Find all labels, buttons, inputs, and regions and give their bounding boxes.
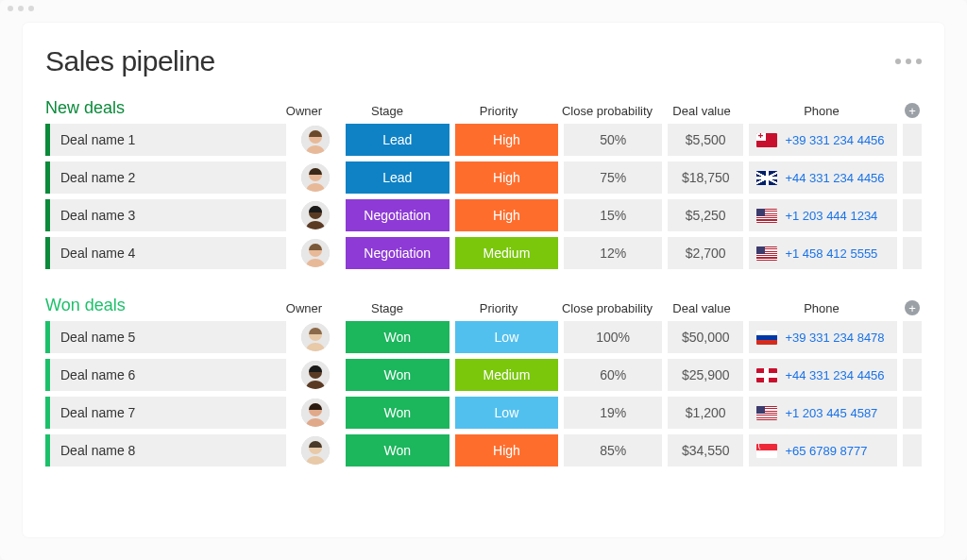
table-row[interactable]: Deal name 2 Lead High 75% $18,750 +44 33… — [45, 161, 922, 194]
table-row[interactable]: Deal name 5 Won Low 100% $50,000 +39 331… — [45, 321, 922, 353]
owner-cell[interactable] — [292, 434, 340, 467]
phone-cell[interactable]: +65 6789 8777 — [749, 434, 897, 467]
table-row[interactable]: Deal name 1 Lead High 50% $5,500 +39 331… — [45, 124, 922, 156]
owner-cell[interactable] — [292, 124, 340, 156]
section-title-won[interactable]: Won deals — [45, 296, 280, 321]
phone-cell[interactable]: +39 331 234 4456 — [749, 124, 897, 156]
deal-name-cell[interactable]: Deal name 5 — [45, 321, 286, 353]
phone-link[interactable]: +39 331 234 8478 — [785, 331, 884, 345]
row-trailing-cell[interactable] — [903, 237, 922, 269]
row-trailing-cell[interactable] — [903, 321, 922, 353]
priority-cell[interactable]: Low — [455, 321, 559, 353]
deal-value-cell[interactable]: $2,700 — [668, 237, 743, 269]
owner-avatar — [301, 323, 330, 351]
phone-cell[interactable]: +1 203 444 1234 — [749, 199, 897, 231]
column-header-owner[interactable]: Owner — [280, 104, 329, 118]
table-row[interactable]: Deal name 4 Negotiation Medium 12% $2,70… — [45, 237, 922, 269]
stage-cell[interactable]: Won — [346, 321, 450, 353]
deal-name-cell[interactable]: Deal name 1 — [45, 124, 286, 156]
deal-value-cell[interactable]: $25,900 — [668, 359, 743, 391]
stage-cell[interactable]: Lead — [346, 161, 450, 194]
table-row[interactable]: Deal name 8 Won High 85% $34,550 +65 678… — [45, 434, 922, 467]
close-probability-cell[interactable]: 15% — [564, 199, 662, 231]
deal-value-cell[interactable]: $5,500 — [668, 124, 743, 156]
phone-cell[interactable]: +44 331 234 4456 — [749, 161, 897, 194]
priority-cell[interactable]: High — [455, 199, 559, 231]
deal-value-cell[interactable]: $34,550 — [668, 434, 743, 467]
table-row[interactable]: Deal name 7 Won Low 19% $1,200 +1 203 44… — [45, 397, 922, 429]
phone-link[interactable]: +39 331 234 4456 — [785, 133, 884, 147]
add-column-button[interactable]: + — [903, 300, 922, 315]
stage-cell[interactable]: Negotiation — [346, 199, 450, 231]
column-header-close-probability[interactable]: Close probability — [557, 104, 657, 118]
phone-link[interactable]: +65 6789 8777 — [785, 444, 867, 458]
column-header-owner[interactable]: Owner — [280, 301, 329, 315]
priority-cell[interactable]: Medium — [455, 237, 559, 269]
owner-cell[interactable] — [292, 199, 340, 231]
close-probability-cell[interactable]: 85% — [564, 434, 662, 467]
deal-value-cell[interactable]: $1,200 — [668, 397, 743, 429]
column-header-priority[interactable]: Priority — [446, 301, 551, 315]
row-trailing-cell[interactable] — [903, 199, 922, 231]
stage-cell[interactable]: Lead — [346, 124, 450, 156]
owner-cell[interactable] — [292, 359, 340, 391]
priority-cell[interactable]: High — [455, 124, 559, 156]
priority-cell[interactable]: High — [455, 161, 559, 194]
deal-name-cell[interactable]: Deal name 6 — [45, 359, 286, 391]
stage-cell[interactable]: Won — [346, 434, 450, 467]
row-trailing-cell[interactable] — [903, 434, 922, 467]
close-probability-cell[interactable]: 75% — [564, 161, 662, 194]
close-probability-cell[interactable]: 12% — [564, 237, 662, 269]
row-trailing-cell[interactable] — [903, 359, 922, 391]
column-header-priority[interactable]: Priority — [446, 104, 551, 118]
owner-avatar — [301, 163, 330, 192]
close-probability-cell[interactable]: 19% — [564, 397, 662, 429]
column-header-phone[interactable]: Phone — [746, 104, 897, 118]
priority-cell[interactable]: High — [455, 434, 559, 467]
close-probability-cell[interactable]: 100% — [564, 321, 662, 353]
close-probability-cell[interactable]: 50% — [564, 124, 662, 156]
column-header-deal-value[interactable]: Deal value — [663, 301, 740, 315]
owner-avatar — [301, 436, 330, 465]
column-header-stage[interactable]: Stage — [334, 104, 440, 118]
column-header-phone[interactable]: Phone — [746, 301, 897, 315]
add-column-button[interactable]: + — [903, 103, 922, 118]
row-trailing-cell[interactable] — [903, 124, 922, 156]
phone-cell[interactable]: +1 203 445 4587 — [749, 397, 897, 429]
table-row[interactable]: Deal name 3 Negotiation High 15% $5,250 … — [45, 199, 922, 231]
deal-value-cell[interactable]: $50,000 — [668, 321, 743, 353]
owner-cell[interactable] — [292, 397, 340, 429]
column-header-close-probability[interactable]: Close probability — [557, 301, 657, 315]
priority-cell[interactable]: Low — [455, 397, 559, 429]
more-menu-button[interactable] — [895, 59, 922, 64]
stage-cell[interactable]: Negotiation — [346, 237, 450, 269]
phone-cell[interactable]: +39 331 234 8478 — [749, 321, 897, 353]
stage-cell[interactable]: Won — [346, 359, 450, 391]
deal-value-cell[interactable]: $18,750 — [668, 161, 743, 194]
deal-name-cell[interactable]: Deal name 8 — [45, 434, 286, 467]
deal-name-cell[interactable]: Deal name 2 — [45, 161, 286, 194]
phone-cell[interactable]: +44 331 234 4456 — [749, 359, 897, 391]
column-header-stage[interactable]: Stage — [334, 301, 440, 315]
table-row[interactable]: Deal name 6 Won Medium 60% $25,900 +44 3… — [45, 359, 922, 391]
phone-link[interactable]: +44 331 234 4456 — [785, 171, 884, 185]
owner-cell[interactable] — [292, 321, 340, 353]
phone-link[interactable]: +1 458 412 5555 — [785, 246, 877, 261]
phone-link[interactable]: +1 203 444 1234 — [785, 209, 877, 223]
phone-link[interactable]: +1 203 445 4587 — [785, 406, 877, 420]
phone-cell[interactable]: +1 458 412 5555 — [749, 237, 897, 269]
owner-cell[interactable] — [292, 161, 340, 194]
stage-cell[interactable]: Won — [346, 397, 450, 429]
deal-name-cell[interactable]: Deal name 3 — [45, 199, 286, 231]
phone-link[interactable]: +44 331 234 4456 — [785, 368, 884, 382]
deal-name-cell[interactable]: Deal name 4 — [45, 237, 286, 269]
row-trailing-cell[interactable] — [903, 397, 922, 429]
deal-value-cell[interactable]: $5,250 — [668, 199, 743, 231]
owner-cell[interactable] — [292, 237, 340, 269]
close-probability-cell[interactable]: 60% — [564, 359, 662, 391]
column-header-deal-value[interactable]: Deal value — [663, 104, 740, 118]
deal-name-cell[interactable]: Deal name 7 — [45, 397, 286, 429]
section-title-new[interactable]: New deals — [45, 98, 280, 124]
priority-cell[interactable]: Medium — [455, 359, 559, 391]
row-trailing-cell[interactable] — [903, 161, 922, 194]
